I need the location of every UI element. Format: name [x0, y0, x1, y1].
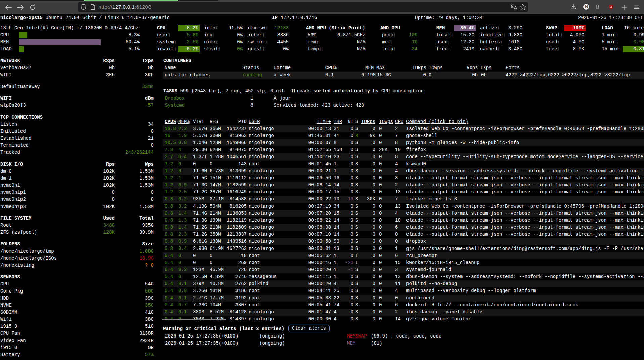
svg-text:uO: uO — [610, 6, 612, 8]
